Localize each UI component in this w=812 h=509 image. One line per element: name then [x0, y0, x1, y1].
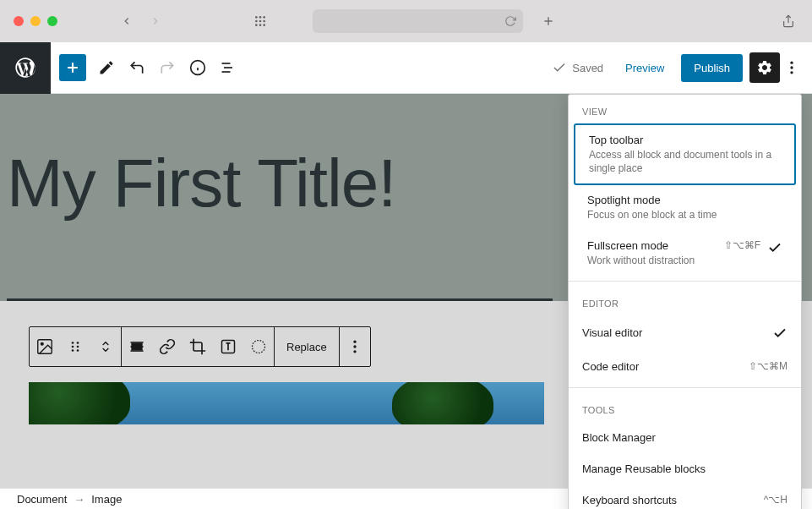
menu-item-title: Manage Reusable blocks — [582, 462, 787, 475]
menu-item-shortcut: ⇧⌥⌘F — [724, 239, 760, 251]
svg-point-8 — [263, 24, 265, 26]
drag-handle-icon[interactable] — [60, 327, 90, 366]
undo-button[interactable] — [122, 52, 152, 83]
svg-point-20 — [790, 62, 793, 64]
browser-back-button[interactable] — [117, 11, 137, 31]
svg-rect-34 — [132, 344, 142, 350]
url-bar[interactable] — [313, 9, 523, 33]
menu-item-title: Top toolbar — [589, 134, 781, 146]
svg-point-2 — [263, 16, 265, 19]
menu-item-code-editor[interactable]: Code editor ⇧⌥⌘M — [569, 351, 801, 382]
save-status: Saved — [552, 60, 603, 75]
settings-button[interactable] — [749, 52, 780, 83]
more-options-menu: VIEW Top toolbar Access all block and do… — [568, 94, 802, 509]
tools-section-label: TOOLS — [569, 393, 801, 422]
window-close[interactable] — [14, 16, 24, 26]
menu-item-spotlight-mode[interactable]: Spotlight mode Focus on one block at a t… — [574, 185, 796, 230]
new-tab-button[interactable] — [538, 11, 559, 31]
outline-button[interactable] — [213, 52, 243, 83]
move-up-down-icon[interactable] — [90, 327, 121, 366]
crop-button[interactable] — [183, 327, 213, 366]
svg-point-27 — [72, 346, 74, 348]
svg-point-5 — [263, 20, 265, 23]
menu-item-title: Code editor — [582, 360, 749, 373]
svg-point-3 — [255, 20, 258, 23]
menu-item-title: Spotlight mode — [587, 194, 782, 206]
window-minimize[interactable] — [30, 16, 41, 26]
wordpress-logo[interactable] — [0, 42, 51, 94]
svg-point-1 — [259, 16, 262, 19]
menu-item-top-toolbar[interactable]: Top toolbar Access all block and documen… — [574, 123, 796, 185]
editor-toolbar: Saved Preview Publish — [0, 42, 812, 94]
preview-button[interactable]: Preview — [615, 55, 674, 81]
block-toolbar: Replace — [29, 326, 371, 367]
menu-item-block-manager[interactable]: Block Manager — [569, 422, 801, 453]
window-maximize[interactable] — [47, 16, 57, 26]
reload-icon[interactable] — [504, 15, 516, 27]
menu-separator — [569, 387, 801, 388]
menu-item-desc: Access all block and document tools in a… — [589, 148, 781, 175]
svg-point-29 — [72, 349, 74, 352]
browser-forward-button[interactable] — [145, 11, 166, 31]
menu-item-title: Block Manager — [582, 431, 787, 444]
block-type-icon[interactable] — [30, 327, 60, 366]
svg-point-37 — [353, 341, 356, 343]
svg-point-7 — [259, 24, 262, 26]
check-icon — [767, 239, 782, 256]
edit-mode-button[interactable] — [91, 52, 122, 83]
svg-point-4 — [259, 20, 262, 23]
svg-point-28 — [77, 346, 79, 348]
svg-point-22 — [790, 71, 793, 74]
image-block[interactable] — [29, 382, 544, 424]
window-controls — [14, 16, 57, 26]
svg-point-39 — [353, 350, 356, 353]
svg-point-25 — [72, 342, 74, 344]
menu-item-desc: Focus on one block at a time — [587, 208, 782, 222]
editor-section-label: EDITOR — [569, 287, 801, 315]
share-button[interactable] — [778, 11, 798, 31]
publish-button[interactable]: Publish — [681, 54, 743, 82]
menu-item-fullscreen-mode[interactable]: Fullscreen mode Work without distraction… — [574, 231, 796, 276]
menu-item-desc: Work without distraction — [587, 254, 717, 267]
show-all-tabs-icon[interactable] — [250, 11, 270, 31]
saved-label: Saved — [572, 62, 603, 74]
more-options-button[interactable] — [780, 52, 804, 83]
menu-item-title: Visual editor — [582, 326, 772, 339]
menu-item-reusable-blocks[interactable]: Manage Reusable blocks — [569, 453, 801, 484]
view-section-label: VIEW — [569, 95, 801, 123]
link-button[interactable] — [152, 327, 183, 366]
chevron-right-icon: → — [74, 493, 84, 506]
svg-point-6 — [255, 24, 258, 26]
check-icon — [772, 325, 787, 342]
check-icon — [552, 60, 567, 75]
svg-point-36 — [253, 341, 265, 353]
svg-point-0 — [255, 16, 258, 19]
menu-item-keyboard-shortcuts[interactable]: Keyboard shortcuts ^⌥H — [569, 484, 801, 509]
svg-point-38 — [353, 345, 356, 348]
text-overlay-button[interactable] — [213, 327, 243, 366]
menu-item-visual-editor[interactable]: Visual editor — [569, 315, 801, 351]
menu-separator — [569, 281, 801, 282]
menu-item-shortcut: ⇧⌥⌘M — [749, 360, 787, 372]
duotone-button[interactable] — [243, 327, 274, 366]
redo-button[interactable] — [152, 52, 183, 83]
svg-point-24 — [41, 342, 43, 345]
browser-chrome — [0, 0, 812, 42]
breadcrumb-root[interactable]: Document — [17, 493, 67, 506]
svg-point-26 — [77, 342, 79, 344]
svg-point-21 — [790, 66, 793, 68]
breadcrumb-current[interactable]: Image — [91, 493, 122, 506]
align-button[interactable] — [122, 327, 152, 366]
svg-point-30 — [77, 349, 79, 352]
add-block-button[interactable] — [59, 54, 86, 81]
menu-item-title: Keyboard shortcuts — [582, 494, 764, 506]
replace-button[interactable]: Replace — [275, 327, 339, 366]
block-more-button[interactable] — [340, 327, 370, 366]
menu-item-shortcut: ^⌥H — [764, 494, 787, 506]
menu-item-title: Fullscreen mode — [587, 239, 717, 252]
info-button[interactable] — [183, 52, 213, 83]
